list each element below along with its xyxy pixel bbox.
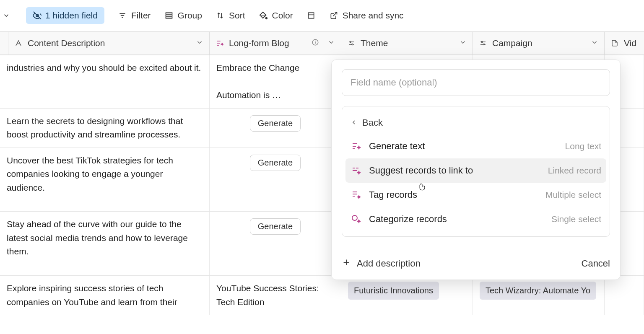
ai-field-options: Back Generate text Long text Suggest rec… [342,106,610,237]
svg-point-20 [350,41,351,43]
eye-off-icon [33,11,42,20]
column-header-long-form-blog[interactable]: Long-form Blog [210,32,341,54]
share-icon [329,11,338,20]
cell-content-description[interactable]: Learn the secrets to designing workflows… [0,109,210,148]
generate-button[interactable]: Generate [250,155,301,171]
generate-button[interactable]: Generate [250,218,301,235]
svg-rect-6 [166,15,172,16]
field-config-popover: Back Generate text Long text Suggest rec… [331,60,621,280]
svg-point-18 [315,41,316,41]
cell-content-description[interactable]: industries and why you should be excited… [0,55,210,108]
column-header-theme[interactable]: Theme [341,32,473,54]
chevron-down-icon [591,38,598,48]
filter-icon [118,11,127,20]
text-field-icon [14,39,23,47]
ai-link-icon [351,165,361,176]
svg-point-8 [265,18,267,19]
add-description-label: Add description [357,258,421,269]
back-label: Back [362,117,383,128]
filter-button[interactable]: Filter [118,10,151,21]
column-header-campaign[interactable]: Campaign [473,32,605,54]
back-button[interactable]: Back [342,111,610,134]
svg-line-11 [333,13,337,16]
group-button[interactable]: Group [164,10,202,21]
option-type: Long text [565,141,601,151]
option-type: Multiple select [545,190,601,200]
chevron-down-icon [327,38,335,48]
color-label: Color [272,10,293,21]
row-selector-column [0,32,8,54]
chevron-down-icon [459,38,467,48]
option-categorize-records[interactable]: Categorize records Single select [342,207,610,231]
option-tag-records[interactable]: Tag records Multiple select [342,183,610,207]
option-label: Suggest records to link to [369,165,473,176]
campaign-chip[interactable]: Tech Wizardry: Automate Yo [480,282,596,300]
share-sync-button[interactable]: Share and sync [329,10,404,21]
cell-content-description[interactable]: Explore inspiring success stories of tec… [0,276,210,315]
column-header-video[interactable]: Vid [605,32,644,54]
sort-icon [216,11,225,20]
cell-content-description[interactable]: Stay ahead of the curve with our guide t… [0,212,210,275]
svg-rect-5 [166,13,172,14]
ai-tags-icon [351,189,361,200]
sort-button[interactable]: Sort [216,10,245,21]
share-label: Share and sync [343,10,404,21]
view-menu-chevron[interactable] [0,12,13,19]
cell-long-form-blog[interactable]: Generate [210,109,341,148]
group-label: Group [178,10,202,21]
svg-rect-7 [166,17,172,18]
ai-text-icon [216,39,224,47]
svg-point-22 [352,44,353,45]
cell-long-form-blog[interactable]: Generate [210,148,341,212]
cell-long-form-blog[interactable]: Embrace the Change Automation is … [210,55,341,108]
theme-chip[interactable]: Futuristic Innovations [348,282,439,300]
option-type: Linked record [548,166,601,176]
column-headers: Content Description Long-form Blog Theme… [0,32,644,55]
cancel-button[interactable]: Cancel [582,258,610,269]
cell-content-description[interactable]: Uncover the best TikTok strategies for t… [0,148,210,212]
sort-label: Sort [229,10,245,21]
column-label: Campaign [492,38,532,48]
option-label: Categorize records [369,214,447,225]
option-label: Tag records [369,189,417,200]
color-button[interactable]: Color [259,10,293,21]
table-row[interactable]: Explore inspiring success stories of tec… [0,276,644,315]
option-suggest-records[interactable]: Suggest records to link to Linked record [345,158,606,183]
view-toolbar: 1 hidden field Filter Group Sort Color S… [0,0,644,32]
column-label: Theme [361,38,388,48]
column-label: Long-form Blog [229,38,289,48]
chevron-down-icon [196,38,203,48]
generate-button[interactable]: Generate [250,115,301,132]
row-height-icon [306,11,316,20]
svg-point-26 [483,44,485,45]
hidden-fields-button[interactable]: 1 hidden field [26,7,104,24]
sliders-icon [347,39,356,47]
hidden-fields-label: 1 hidden field [45,10,98,21]
svg-point-24 [481,41,483,43]
cell-campaign[interactable]: Tech Wizardry: Automate Yo [473,276,605,315]
field-name-input[interactable] [342,69,610,96]
svg-rect-9 [308,13,314,18]
info-icon [312,38,319,48]
plus-icon [342,258,351,269]
sliders-icon [479,39,487,47]
cell-long-form-blog[interactable]: YouTube Success Stories: Tech Edition [210,276,341,315]
cell-long-form-blog[interactable]: Generate [210,212,341,275]
group-icon [164,11,174,20]
filter-label: Filter [131,10,151,21]
column-header-content-description[interactable]: Content Description [8,32,210,54]
attachment-icon [610,39,619,47]
add-description-button[interactable]: Add description [342,258,421,269]
option-generate-text[interactable]: Generate text Long text [342,134,610,158]
ai-category-icon [351,214,361,225]
cell-video[interactable] [605,276,644,315]
option-label: Generate text [369,141,425,152]
row-height-button[interactable] [306,11,316,20]
column-label: Content Description [28,38,105,48]
svg-point-36 [352,215,357,220]
cell-theme[interactable]: Futuristic Innovations [341,276,473,315]
paint-bucket-icon [259,11,268,20]
column-label: Vid [624,38,636,48]
option-type: Single select [551,214,601,224]
chevron-left-icon [351,117,357,128]
